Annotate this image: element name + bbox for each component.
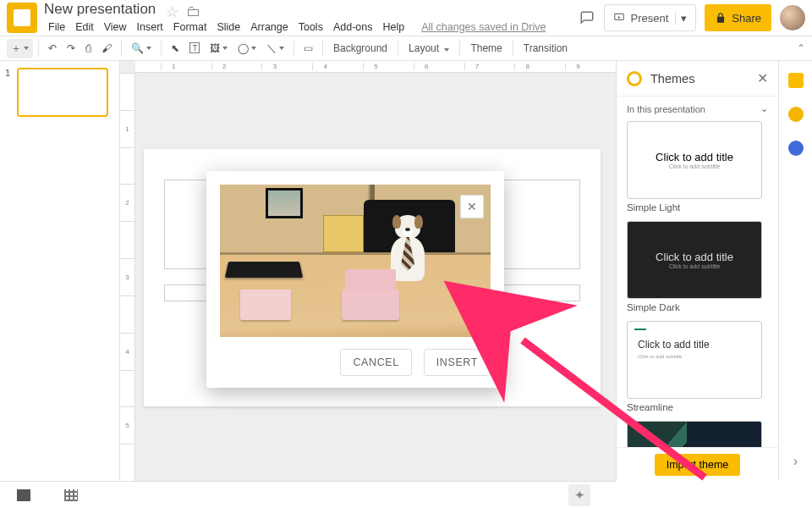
image-tool[interactable]: 🖼 xyxy=(206,40,232,57)
doc-title[interactable]: New presentation xyxy=(44,1,156,18)
menu-bar: File Edit View Insert Format Slide Arran… xyxy=(44,19,579,35)
new-slide-button[interactable]: ＋ xyxy=(7,39,33,58)
comments-icon[interactable] xyxy=(579,10,595,25)
insert-button[interactable]: INSERT xyxy=(424,349,491,376)
layout-button[interactable]: Layout xyxy=(403,40,454,57)
import-theme-button[interactable]: Import theme xyxy=(655,454,741,476)
keep-addon-icon[interactable] xyxy=(788,107,804,122)
print-button[interactable]: ⎙ xyxy=(81,40,96,57)
close-themes-icon[interactable]: ✕ xyxy=(757,70,768,86)
slide-thumbnails: 1 xyxy=(0,61,120,481)
shape-tool[interactable]: ◯ xyxy=(233,40,261,57)
redo-button[interactable]: ↷ xyxy=(63,40,80,57)
line-tool[interactable]: ＼ xyxy=(262,39,288,58)
theme-label: Streamline xyxy=(627,402,768,412)
theme-simple-dark[interactable]: Click to add title Click to add subtitle xyxy=(627,221,762,299)
menu-format[interactable]: Format xyxy=(169,19,211,35)
vertical-ruler: 12345 xyxy=(120,73,135,481)
share-label: Share xyxy=(732,12,761,25)
thumb-number: 1 xyxy=(5,68,12,117)
menu-help[interactable]: Help xyxy=(378,19,409,35)
explore-button[interactable]: ✦ xyxy=(568,484,590,506)
calendar-addon-icon[interactable] xyxy=(788,73,804,88)
bottom-bar: ✦ xyxy=(0,481,616,508)
menu-file[interactable]: File xyxy=(44,19,69,35)
menu-tools[interactable]: Tools xyxy=(294,19,327,35)
folder-icon[interactable]: 🗀 xyxy=(186,3,200,15)
present-button[interactable]: Present ▾ xyxy=(604,4,696,31)
dialog-close-icon[interactable]: ✕ xyxy=(460,195,484,218)
select-tool[interactable]: ⬉ xyxy=(167,40,184,57)
theme-focus[interactable]: Click to add title xyxy=(627,421,762,447)
insert-gif-dialog: ✕ CANCEL INSERT xyxy=(206,171,504,388)
menu-edit[interactable]: Edit xyxy=(71,19,98,35)
save-status[interactable]: All changes saved in Drive xyxy=(417,19,550,35)
slide-thumbnail-1[interactable] xyxy=(17,68,108,117)
menu-slide[interactable]: Slide xyxy=(212,19,244,35)
present-dropdown-icon[interactable]: ▾ xyxy=(675,12,687,25)
theme-button[interactable]: Theme xyxy=(465,40,507,57)
grid-view-icon[interactable] xyxy=(64,489,78,501)
gif-preview xyxy=(220,185,491,337)
filmstrip-view-icon[interactable] xyxy=(17,489,30,501)
menu-insert[interactable]: Insert xyxy=(133,19,167,35)
menu-addons[interactable]: Add-ons xyxy=(329,19,377,35)
comment-tool[interactable]: ▭ xyxy=(299,40,317,57)
present-label: Present xyxy=(630,12,668,25)
themes-title: Themes xyxy=(650,72,694,86)
menu-view[interactable]: View xyxy=(100,19,131,35)
collapse-toolbar-icon[interactable]: ⌃ xyxy=(797,42,805,54)
theme-label: Simple Dark xyxy=(627,302,768,312)
paint-format-button[interactable]: 🖌 xyxy=(97,40,116,57)
themes-subhead[interactable]: In this presentation ⌄ xyxy=(617,97,778,121)
textbox-tool[interactable]: 🅃 xyxy=(185,40,204,57)
zoom-button[interactable]: 🔍 xyxy=(127,40,156,57)
app-header: New presentation ☆ 🗀 File Edit View Inse… xyxy=(0,0,812,36)
menu-arrange[interactable]: Arrange xyxy=(246,19,292,35)
account-avatar[interactable] xyxy=(780,5,805,30)
theme-label: Simple Light xyxy=(627,202,768,213)
theme-streamline[interactable]: Click to add title Click to add subtitle xyxy=(627,321,762,399)
toolbar: ＋ ↶ ↷ ⎙ 🖌 🔍 ⬉ 🅃 🖼 ◯ ＼ ▭ Background Layou… xyxy=(0,36,812,61)
background-button[interactable]: Background xyxy=(328,40,392,57)
cancel-button[interactable]: CANCEL xyxy=(340,349,411,376)
undo-button[interactable]: ↶ xyxy=(44,40,61,57)
themes-sidebar: Themes ✕ In this presentation ⌄ Click to… xyxy=(616,61,778,481)
themes-icon xyxy=(627,71,642,86)
chevron-down-icon: ⌄ xyxy=(760,103,768,114)
addon-rail: › xyxy=(778,61,812,481)
share-button[interactable]: Share xyxy=(705,4,771,31)
theme-simple-light[interactable]: Click to add title Click to add subtitle xyxy=(627,121,762,199)
star-icon[interactable]: ☆ xyxy=(166,3,178,15)
transition-button[interactable]: Transition xyxy=(518,40,573,57)
horizontal-ruler: 123456789 xyxy=(135,61,616,73)
slides-logo xyxy=(7,3,37,33)
tasks-addon-icon[interactable] xyxy=(788,141,804,156)
hide-rail-icon[interactable]: › xyxy=(793,454,798,469)
